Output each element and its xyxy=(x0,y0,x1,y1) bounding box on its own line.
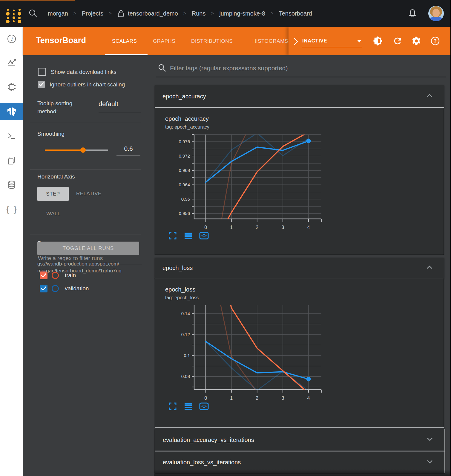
breadcrumb-tensorboard[interactable]: Tensorboard xyxy=(279,10,312,17)
expand-chart-icon[interactable] xyxy=(168,231,177,240)
fit-domain-icon[interactable] xyxy=(199,402,208,411)
chevron-down-icon[interactable] xyxy=(427,460,433,465)
chart-title: epoch_loss xyxy=(165,286,195,293)
avatar-face xyxy=(432,9,440,17)
run-status-value: INACTIVE xyxy=(302,38,327,44)
smoothing-label: Smoothing xyxy=(37,131,65,137)
sidebar-item-config[interactable]: { } xyxy=(0,197,23,221)
chevron-up-icon[interactable] xyxy=(426,94,433,99)
tooltip-sorting-value: default xyxy=(99,100,118,108)
chart-toolbar xyxy=(168,402,208,411)
dark-mode-toggle-icon[interactable] xyxy=(373,36,383,46)
haxis-wall-button[interactable]: WALL xyxy=(46,211,61,217)
chart-title: epoch_accuracy xyxy=(165,115,209,122)
chart-card-epoch-loss: epoch_loss tag: epoch_loss 0.080.10.120.… xyxy=(155,278,444,428)
svg-text:0.12: 0.12 xyxy=(181,332,190,337)
page-bottom-fade xyxy=(154,469,450,476)
section-header-epoch-loss[interactable]: epoch_loss xyxy=(155,258,444,278)
svg-text:0: 0 xyxy=(204,225,207,230)
svg-text:0.964: 0.964 xyxy=(179,182,190,187)
settings-gear-icon[interactable] xyxy=(411,36,421,46)
sidebar-item-info[interactable]: i xyxy=(0,27,23,51)
tensorboard-header-controls: INACTIVE ? xyxy=(289,27,450,55)
avatar-shirt xyxy=(429,17,443,21)
slider-thumb[interactable] xyxy=(80,147,86,153)
breadcrumb-separator: > xyxy=(72,10,78,16)
wandb-logo-icon[interactable] xyxy=(4,2,22,24)
chevron-down-icon[interactable] xyxy=(427,437,433,443)
svg-text:3: 3 xyxy=(281,225,284,230)
svg-text:2: 2 xyxy=(256,396,258,401)
ignore-outliers-row[interactable]: Ignore outliers in chart scaling xyxy=(38,81,125,88)
open-lock-icon xyxy=(117,9,125,18)
epoch-loss-plot[interactable]: 0.080.10.120.1401234 xyxy=(168,304,323,406)
search-icon[interactable] xyxy=(28,9,38,18)
breadcrumb-separator: > xyxy=(108,10,113,16)
fit-domain-icon[interactable] xyxy=(199,231,208,240)
ignore-outliers-checkbox[interactable] xyxy=(38,81,45,88)
divider xyxy=(30,170,141,170)
haxis-relative-button[interactable]: RELATIVE xyxy=(76,191,102,197)
refresh-icon[interactable] xyxy=(392,36,403,46)
tab-scalars[interactable]: SCALARS xyxy=(112,38,137,44)
show-download-links-checkbox[interactable] xyxy=(38,68,46,76)
show-download-links-row[interactable]: Show data download links xyxy=(38,68,116,76)
sidebar-item-artifacts[interactable] xyxy=(0,173,23,197)
validation-color-swatch xyxy=(52,285,59,292)
breadcrumb-run-name[interactable]: jumping-smoke-8 xyxy=(219,10,265,17)
section-epoch-accuracy: epoch_accuracy xyxy=(155,85,444,107)
sidebar-item-charts[interactable] xyxy=(0,51,23,75)
expand-chart-icon[interactable] xyxy=(168,402,177,411)
sidebar-item-system[interactable] xyxy=(0,75,23,99)
breadcrumb-runs[interactable]: Runs xyxy=(192,10,206,17)
svg-text:0.08: 0.08 xyxy=(181,374,190,379)
run-row-validation[interactable]: validation xyxy=(40,285,89,292)
tab-histograms[interactable]: HISTOGRAMS xyxy=(252,38,288,44)
tooltip-sorting-select[interactable]: default xyxy=(99,100,141,113)
breadcrumb-morgan[interactable]: morgan xyxy=(48,10,68,17)
chart-tag: tag: epoch_loss xyxy=(165,295,199,300)
svg-text:0.956: 0.956 xyxy=(179,211,190,216)
tensorboard-settings-panel: Show data download links Ignore outliers… xyxy=(23,55,154,476)
user-avatar[interactable] xyxy=(428,6,444,21)
breadcrumb-projects[interactable]: Projects xyxy=(82,10,103,17)
gs-bucket-path: gs://wandb-production.appspot.com/ morga… xyxy=(37,260,122,274)
svg-text:i: i xyxy=(11,36,13,42)
sidebar-item-files[interactable] xyxy=(0,149,23,173)
validation-checkbox[interactable] xyxy=(40,285,47,292)
tensorboard-main-area: epoch_accuracy epoch_accuracy tag: epoch… xyxy=(154,55,450,476)
filter-tags-input[interactable] xyxy=(169,62,439,74)
chart-card-epoch-accuracy: epoch_accuracy tag: epoch_accuracy 0.956… xyxy=(155,107,444,255)
svg-text:0.1: 0.1 xyxy=(184,353,190,358)
divider xyxy=(30,234,141,234)
section-epoch-loss: epoch_loss xyxy=(155,258,444,278)
smoothing-value-field[interactable]: 0.6 xyxy=(116,145,140,155)
chevron-right-icon[interactable] xyxy=(293,38,299,47)
notifications-bell-icon[interactable] xyxy=(407,8,418,19)
sidebar-item-terminal[interactable] xyxy=(0,124,23,148)
sidebar-item-tensorboard-active[interactable] xyxy=(0,103,23,120)
run-status-select[interactable]: INACTIVE xyxy=(302,36,362,47)
chevron-up-icon[interactable] xyxy=(426,265,433,271)
breadcrumb-separator: > xyxy=(210,10,215,16)
breadcrumb-project-name[interactable]: tensorboard_demo xyxy=(128,10,178,17)
section-header-evaluation-accuracy[interactable]: evaluation_accuracy_vs_iterations xyxy=(155,429,444,451)
show-download-links-label: Show data download links xyxy=(51,69,116,75)
svg-text:4: 4 xyxy=(307,225,310,230)
haxis-step-button[interactable]: STEP xyxy=(37,187,69,201)
section-header-epoch-accuracy[interactable]: epoch_accuracy xyxy=(155,85,444,107)
log-scale-lines-icon[interactable] xyxy=(184,231,193,240)
tensorboard-title: TensorBoard xyxy=(36,36,86,45)
section-title: evaluation_loss_vs_iterations xyxy=(163,459,241,466)
log-scale-lines-icon[interactable] xyxy=(184,402,193,411)
app-sidebar: i xyxy=(0,27,23,476)
toggle-all-runs-button[interactable]: TOGGLE ALL RUNS xyxy=(37,242,139,255)
epoch-accuracy-plot[interactable]: 0.9560.960.9640.9680.9720.97601234 xyxy=(168,133,323,235)
ignore-outliers-label: Ignore outliers in chart scaling xyxy=(50,81,125,88)
tab-graphs[interactable]: GRAPHS xyxy=(153,38,175,44)
help-icon[interactable]: ? xyxy=(430,36,440,46)
breadcrumb-separator: > xyxy=(182,10,188,16)
section-title: epoch_accuracy xyxy=(162,93,206,100)
smoothing-slider[interactable] xyxy=(45,148,108,152)
tab-distributions[interactable]: DISTRIBUTIONS xyxy=(191,38,233,44)
